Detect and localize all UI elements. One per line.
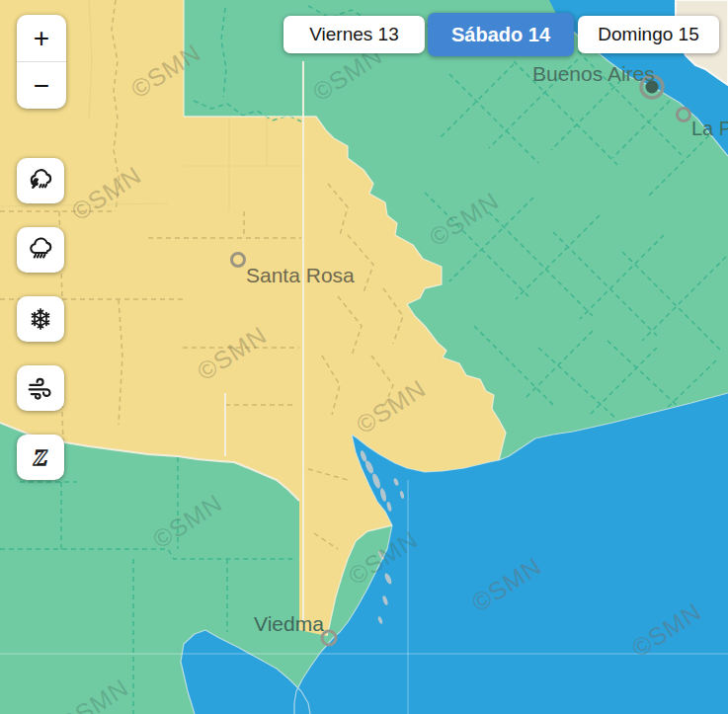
thunderstorm-icon — [24, 164, 57, 198]
alert-filter-wind-button[interactable] — [17, 365, 64, 411]
zonda-z-glyph: Z — [33, 444, 48, 470]
tab-viernes-13[interactable]: Viernes 13 — [283, 16, 425, 53]
rain-icon — [24, 233, 57, 267]
tab-sabado-14[interactable]: Sábado 14 — [428, 13, 574, 56]
wind-icon — [24, 371, 57, 405]
snow-icon — [24, 302, 57, 336]
zoom-out-button[interactable]: − — [17, 62, 66, 109]
alert-filter-zonda-button[interactable]: Z — [17, 435, 64, 480]
alert-filter-snow-button[interactable] — [17, 296, 64, 342]
zonda-icon: Z — [24, 440, 57, 474]
alert-filter-rain-button[interactable] — [17, 227, 64, 273]
zoom-control: + − — [17, 15, 66, 109]
zoom-in-button[interactable]: + — [17, 15, 66, 61]
alert-filter-thunderstorm-button[interactable] — [17, 158, 64, 203]
tab-domingo-15[interactable]: Domingo 15 — [578, 16, 719, 53]
city-marker-la-plata[interactable] — [678, 109, 690, 121]
weather-alert-map-app: Buenos Aires La Plata Santa Rosa Viedma … — [0, 0, 728, 714]
map-canvas[interactable] — [0, 0, 728, 714]
